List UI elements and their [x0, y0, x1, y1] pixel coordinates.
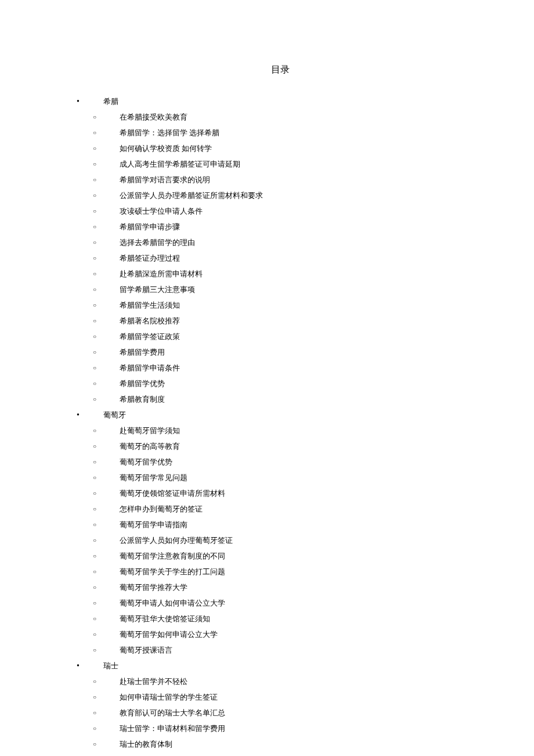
toc-item: 瑞士留学：申请材料和留学费用: [86, 721, 476, 736]
toc-item-label: 葡萄牙的高等教育: [120, 442, 180, 451]
toc-item: 希腊留学申请步骤: [86, 219, 476, 235]
page-title: 目录: [70, 64, 476, 76]
toc-country-item: 瑞士 赴瑞士留学并不轻松 如何申请瑞士留学的学生签证 教育部认可的瑞士大学名单汇…: [70, 658, 476, 752]
toc-item: 攻读硕士学位申请人条件: [86, 203, 476, 219]
toc-item-label: 如何申请瑞士留学的学生签证: [120, 693, 218, 701]
toc-item-label: 瑞士留学：申请材料和留学费用: [120, 724, 225, 733]
toc-item: 葡萄牙留学申请指南: [86, 517, 476, 532]
toc-item: 葡萄牙留学注意教育制度的不同: [86, 548, 476, 564]
toc-item: 希腊签证办理过程: [86, 250, 476, 266]
toc-item-label: 希腊留学对语言要求的说明: [120, 175, 210, 184]
toc-item-label: 教育部认可的瑞士大学名单汇总: [120, 708, 225, 717]
toc-item: 希腊留学：选择留学 选择希腊: [86, 125, 476, 141]
toc-item-label: 赴瑞士留学并不轻松: [120, 677, 187, 686]
toc-item: 瑞士的教育体制: [86, 736, 476, 752]
toc-item: 葡萄牙授课语言: [86, 642, 476, 658]
toc-subitems: 赴瑞士留学并不轻松 如何申请瑞士留学的学生签证 教育部认可的瑞士大学名单汇总 瑞…: [86, 674, 476, 752]
toc-item-label: 希腊教育制度: [120, 395, 165, 404]
toc-subitems: 在希腊接受欧美教育 希腊留学：选择留学 选择希腊 如何确认学校资质 如何转学 成…: [86, 109, 476, 407]
toc-item-label: 公派留学人员如何办理葡萄牙签证: [120, 536, 233, 545]
toc-item-label: 葡萄牙授课语言: [120, 646, 172, 654]
toc-item: 希腊留学对语言要求的说明: [86, 172, 476, 188]
toc-item-label: 希腊留学：选择留学 选择希腊: [120, 128, 219, 137]
toc-item-label: 怎样申办到葡萄牙的签证: [120, 505, 203, 513]
toc-item-label: 希腊著名院校推荐: [120, 316, 180, 325]
toc-item-label: 希腊签证办理过程: [120, 254, 180, 262]
toc-item: 在希腊接受欧美教育: [86, 109, 476, 125]
toc-item: 葡萄牙使领馆签证申请所需材料: [86, 485, 476, 501]
toc-item: 如何申请瑞士留学的学生签证: [86, 689, 476, 705]
toc-item-label: 公派留学人员办理希腊签证所需材料和要求: [120, 191, 263, 200]
toc-item-label: 留学希腊三大注意事项: [120, 285, 195, 294]
toc-item-label: 葡萄牙留学注意教育制度的不同: [120, 552, 225, 560]
toc-item-label: 赴希腊深造所需申请材料: [120, 269, 203, 278]
toc-item: 葡萄牙留学优势: [86, 454, 476, 470]
toc-country-item: 希腊 在希腊接受欧美教育 希腊留学：选择留学 选择希腊 如何确认学校资质 如何转…: [70, 93, 476, 407]
toc-item-label: 希腊留学申请条件: [120, 363, 180, 372]
toc-item-label: 葡萄牙留学如何申请公立大学: [120, 630, 218, 639]
toc-item: 如何确认学校资质 如何转学: [86, 141, 476, 156]
toc-item: 公派留学人员如何办理葡萄牙签证: [86, 532, 476, 548]
toc-item-label: 希腊留学签证政策: [120, 332, 180, 341]
toc-item: 葡萄牙留学关于学生的打工问题: [86, 564, 476, 579]
toc-item: 希腊教育制度: [86, 391, 476, 407]
toc-item: 希腊留学费用: [86, 344, 476, 360]
toc-item: 葡萄牙申请人如何申请公立大学: [86, 595, 476, 611]
toc-item: 公派留学人员办理希腊签证所需材料和要求: [86, 188, 476, 203]
toc-item: 希腊留学申请条件: [86, 360, 476, 376]
toc-item: 成人高考生留学希腊签证可申请延期: [86, 156, 476, 172]
toc-item: 希腊著名院校推荐: [86, 313, 476, 329]
toc-item: 教育部认可的瑞士大学名单汇总: [86, 705, 476, 721]
country-label: 希腊: [103, 97, 118, 106]
toc-item-label: 在希腊接受欧美教育: [120, 113, 187, 121]
toc-subitems: 赴葡萄牙留学须知 葡萄牙的高等教育 葡萄牙留学优势 葡萄牙留学常见问题 葡萄牙使…: [86, 423, 476, 658]
toc-item: 选择去希腊留学的理由: [86, 235, 476, 250]
toc-list: 希腊 在希腊接受欧美教育 希腊留学：选择留学 选择希腊 如何确认学校资质 如何转…: [70, 93, 476, 752]
toc-item: 希腊留学优势: [86, 376, 476, 391]
toc-item-label: 葡萄牙留学关于学生的打工问题: [120, 567, 225, 576]
toc-item-label: 攻读硕士学位申请人条件: [120, 207, 203, 215]
toc-item-label: 葡萄牙驻华大使馆签证须知: [120, 614, 210, 623]
toc-item-label: 希腊留学申请步骤: [120, 222, 180, 231]
toc-item-label: 希腊留学生活须知: [120, 301, 180, 309]
toc-item-label: 葡萄牙留学推荐大学: [120, 583, 187, 592]
toc-item: 葡萄牙留学常见问题: [86, 470, 476, 485]
toc-item: 希腊留学生活须知: [86, 297, 476, 313]
toc-item: 葡萄牙驻华大使馆签证须知: [86, 611, 476, 627]
toc-item: 赴葡萄牙留学须知: [86, 423, 476, 438]
toc-item-label: 选择去希腊留学的理由: [120, 238, 195, 247]
toc-item-label: 葡萄牙留学申请指南: [120, 520, 187, 529]
toc-item: 怎样申办到葡萄牙的签证: [86, 501, 476, 517]
toc-item-label: 葡萄牙申请人如何申请公立大学: [120, 599, 225, 607]
toc-item-label: 葡萄牙使领馆签证申请所需材料: [120, 489, 225, 498]
toc-item-label: 葡萄牙留学优势: [120, 458, 172, 466]
toc-item: 希腊留学签证政策: [86, 329, 476, 344]
toc-item-label: 希腊留学优势: [120, 379, 165, 388]
toc-item: 葡萄牙留学如何申请公立大学: [86, 627, 476, 642]
toc-item-label: 成人高考生留学希腊签证可申请延期: [120, 160, 240, 168]
toc-item-label: 瑞士的教育体制: [120, 740, 172, 748]
country-label: 葡萄牙: [103, 411, 126, 419]
toc-item: 留学希腊三大注意事项: [86, 282, 476, 297]
toc-item-label: 赴葡萄牙留学须知: [120, 426, 180, 435]
toc-country-item: 葡萄牙 赴葡萄牙留学须知 葡萄牙的高等教育 葡萄牙留学优势 葡萄牙留学常见问题 …: [70, 407, 476, 658]
toc-item: 葡萄牙留学推荐大学: [86, 579, 476, 595]
toc-item: 赴瑞士留学并不轻松: [86, 674, 476, 689]
country-label: 瑞士: [103, 661, 118, 670]
toc-item-label: 葡萄牙留学常见问题: [120, 473, 187, 482]
toc-item: 赴希腊深造所需申请材料: [86, 266, 476, 282]
toc-item: 葡萄牙的高等教育: [86, 438, 476, 454]
toc-item-label: 希腊留学费用: [120, 348, 165, 357]
toc-item-label: 如何确认学校资质 如何转学: [120, 144, 212, 153]
